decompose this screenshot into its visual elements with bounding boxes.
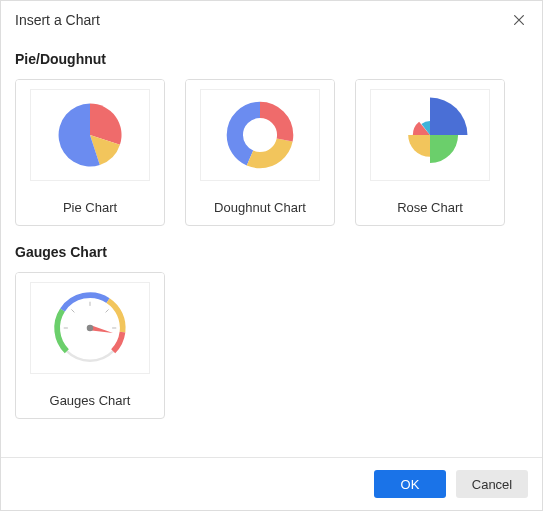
dialog-title: Insert a Chart	[15, 12, 100, 28]
card-doughnut-chart-label: Doughnut Chart	[186, 190, 334, 225]
card-pie-chart-label: Pie Chart	[16, 190, 164, 225]
rose-chart-preview	[356, 80, 504, 190]
card-row-gauges: Gauges Chart	[15, 272, 528, 419]
card-doughnut-chart[interactable]: Doughnut Chart	[185, 79, 335, 226]
doughnut-chart-preview	[186, 80, 334, 190]
doughnut-chart-icon	[200, 89, 320, 181]
dialog-footer: OK Cancel	[1, 457, 542, 510]
pie-chart-icon	[30, 89, 150, 181]
svg-line-5	[71, 309, 74, 312]
card-gauges-chart[interactable]: Gauges Chart	[15, 272, 165, 419]
card-rose-chart[interactable]: Rose Chart	[355, 79, 505, 226]
dialog-content: Pie/Doughnut Pie Chart	[1, 39, 542, 457]
section-heading-pie-doughnut: Pie/Doughnut	[15, 51, 528, 67]
card-rose-chart-label: Rose Chart	[356, 190, 504, 225]
gauges-chart-preview	[16, 273, 164, 383]
close-icon[interactable]	[510, 11, 528, 29]
card-gauges-chart-label: Gauges Chart	[16, 383, 164, 418]
svg-point-10	[87, 325, 94, 332]
svg-marker-9	[90, 326, 113, 333]
section-heading-gauges: Gauges Chart	[15, 244, 528, 260]
gauge-icon	[30, 282, 150, 374]
cancel-button[interactable]: Cancel	[456, 470, 528, 498]
dialog-titlebar: Insert a Chart	[1, 1, 542, 39]
ok-button[interactable]: OK	[374, 470, 446, 498]
card-row-pie-doughnut: Pie Chart Doughnut Chart	[15, 79, 528, 226]
svg-line-7	[106, 309, 109, 312]
card-pie-chart[interactable]: Pie Chart	[15, 79, 165, 226]
rose-chart-icon	[370, 89, 490, 181]
pie-chart-preview	[16, 80, 164, 190]
